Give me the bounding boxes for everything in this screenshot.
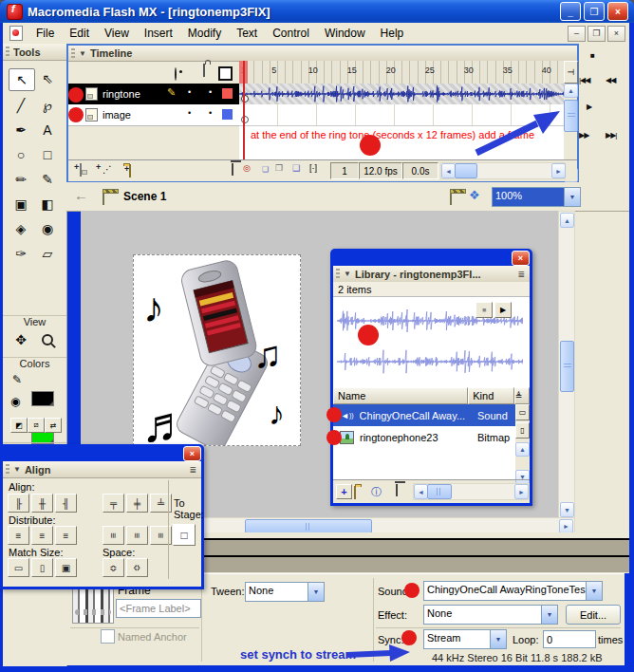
library-properties-button[interactable]: ⓘ xyxy=(371,485,382,499)
scroll-right-icon[interactable]: ► xyxy=(551,163,566,178)
menu-edit[interactable]: Edit xyxy=(62,25,97,42)
library-close-icon[interactable]: × xyxy=(512,251,530,266)
menu-control[interactable]: Control xyxy=(265,25,317,42)
default-colors-button[interactable]: ◩ xyxy=(10,418,28,433)
lock-layers-icon[interactable] xyxy=(203,64,205,77)
stage-selected-image[interactable]: ♪ ♫ ♪ ♬ xyxy=(133,254,301,446)
layer-name[interactable]: image xyxy=(103,109,131,121)
distribute-horizontal-center-button[interactable]: ≡ xyxy=(126,526,148,545)
library-item-name[interactable]: ringtonephone23 xyxy=(360,432,477,443)
scrollbar-thumb[interactable] xyxy=(455,163,477,178)
outline-layers-icon[interactable] xyxy=(218,66,233,81)
options-menu-icon[interactable]: ≣ xyxy=(517,270,525,279)
effect-combo[interactable]: None ▼ xyxy=(423,605,558,625)
named-anchor-checkbox[interactable] xyxy=(101,629,115,644)
panel-gripper[interactable] xyxy=(336,269,340,279)
zoom-level-combo[interactable]: 100% ▼ xyxy=(492,187,581,207)
close-button[interactable]: × xyxy=(607,2,628,21)
timeline-ruler[interactable]: 1510152025303540 xyxy=(239,61,564,84)
free-transform-tool[interactable]: ▣ xyxy=(9,194,33,215)
lasso-tool[interactable]: ℘ xyxy=(35,95,60,116)
step-forward-button[interactable]: ▶▶ xyxy=(579,131,588,140)
layer-lock-dot[interactable]: • xyxy=(209,87,212,97)
align-left-edge-button[interactable]: ╟ xyxy=(8,494,29,513)
mdi-restore-button[interactable]: ❐ xyxy=(587,26,606,42)
rewind-button[interactable]: |◀◀ xyxy=(579,76,589,84)
menu-view[interactable]: View xyxy=(97,25,137,42)
scroll-left-icon[interactable]: ◄ xyxy=(414,484,428,499)
library-item-bitmap[interactable]: ringtonephone23Bitmap xyxy=(333,426,515,448)
show-hide-layers-eye-icon[interactable] xyxy=(175,67,177,81)
preview-stop-button[interactable]: ■ xyxy=(476,302,493,318)
distribute-top-edge-button[interactable]: ≡ xyxy=(8,526,29,545)
subselection-tool[interactable]: ⇖ xyxy=(35,68,60,89)
stop-button[interactable]: ■ xyxy=(590,51,594,60)
menu-insert[interactable]: Insert xyxy=(137,25,180,42)
brush-tool[interactable]: ✎ xyxy=(35,169,60,190)
align-to-stage-button[interactable]: □ xyxy=(173,524,196,546)
align-right-edge-button[interactable]: ╢ xyxy=(55,494,77,513)
layer-outline-color-swatch[interactable] xyxy=(222,88,233,99)
stroke-color-swatch[interactable] xyxy=(31,391,54,406)
paint-bucket-tool[interactable]: ◉ xyxy=(35,218,60,239)
match-width-and-height-button[interactable]: ▣ xyxy=(55,558,77,577)
sound-value[interactable]: ChingyOneCall AwayRingToneTes xyxy=(424,582,586,600)
menu-text[interactable]: Text xyxy=(229,25,265,42)
narrow-state-button[interactable]: ▯ xyxy=(515,422,530,439)
wide-state-button[interactable]: ▭ xyxy=(515,404,530,420)
text-tool[interactable]: A xyxy=(35,120,60,140)
minimize-button[interactable]: _ xyxy=(560,2,581,21)
menu-file[interactable]: File xyxy=(28,25,62,42)
column-header-kind[interactable]: Kind xyxy=(468,387,513,404)
edit-envelope-button[interactable]: Edit... xyxy=(566,605,621,625)
delete-item-trash-icon[interactable] xyxy=(396,484,398,496)
sound-combo[interactable]: ChingyOneCall AwayRingToneTes ▼ xyxy=(423,581,603,601)
stage-vscrollbar[interactable]: ▲ ▼ xyxy=(558,211,575,519)
match-height-button[interactable]: ▯ xyxy=(31,558,53,577)
loop-count-input[interactable] xyxy=(543,630,596,648)
onion-skin-outlines-button[interactable]: ❐ xyxy=(275,163,283,173)
eraser-tool[interactable]: ▱ xyxy=(35,243,60,264)
onion-skin-button[interactable]: ❏ xyxy=(258,162,272,177)
layer-visibility-dot[interactable]: • xyxy=(188,108,191,118)
tween-combo[interactable]: None ▼ xyxy=(245,582,325,602)
pencil-tool[interactable]: ✏ xyxy=(9,169,33,190)
zoom-level-value[interactable]: 100% xyxy=(493,188,564,206)
sync-combo[interactable]: Stream ▼ xyxy=(423,629,507,649)
swap-colors-button[interactable]: ⇄ xyxy=(45,418,62,433)
edit-symbols-button[interactable]: ❖ xyxy=(469,188,480,202)
panel-gripper[interactable] xyxy=(6,464,9,475)
column-header-name[interactable]: Name xyxy=(333,387,468,404)
play-button[interactable]: ▶ xyxy=(587,103,591,111)
align-window[interactable]: × ▼ Align ≣ Align: ╟╫╢ ╤╪╧ Distribute: ≡… xyxy=(0,444,204,589)
line-tool[interactable]: ╱ xyxy=(9,95,33,116)
align-top-edge-button[interactable]: ╤ xyxy=(103,494,124,513)
space-evenly-horizontally-button[interactable]: ≎ xyxy=(126,558,148,577)
scroll-up-icon[interactable]: ▲ xyxy=(515,442,530,457)
menu-help[interactable]: Help xyxy=(373,25,412,42)
oval-tool[interactable]: ○ xyxy=(9,144,33,165)
sort-order-icon[interactable]: ≜ xyxy=(514,387,530,404)
scrollbar-thumb[interactable] xyxy=(245,519,372,533)
frame-label-input[interactable] xyxy=(116,599,201,618)
layer-visibility-dot[interactable]: • xyxy=(188,87,191,97)
sync-value[interactable]: Stream xyxy=(424,630,490,648)
library-hscrollbar[interactable]: ◄ ► xyxy=(413,483,529,500)
distribute-bottom-edge-button[interactable]: ≡ xyxy=(55,526,77,545)
frame-view-options-button[interactable]: ⊣ xyxy=(564,61,578,84)
frames-row-image[interactable] xyxy=(239,104,564,126)
maximize-button[interactable]: ❐ xyxy=(584,2,605,21)
mdi-minimize-button[interactable]: – xyxy=(568,26,586,42)
go-to-end-button[interactable]: ▶▶| xyxy=(606,131,616,140)
panel-gripper[interactable] xyxy=(71,48,75,59)
eyedropper-tool[interactable]: ✑ xyxy=(9,243,33,264)
mdi-close-button[interactable]: × xyxy=(607,26,625,42)
library-window[interactable]: × ▼ Library - ringtonemp3FI... ≣ 2 items… xyxy=(330,249,532,506)
edit-scene-button[interactable] xyxy=(450,192,452,205)
fill-transform-tool[interactable]: ◧ xyxy=(35,194,60,215)
dropdown-arrow-icon[interactable]: ▼ xyxy=(541,606,557,624)
timeline-hscrollbar[interactable]: ◄ ► xyxy=(440,162,566,179)
scroll-left-icon[interactable]: ◄ xyxy=(441,163,456,178)
scroll-down-icon[interactable]: ▼ xyxy=(560,502,574,517)
distribute-left-edge-button[interactable]: ≡ xyxy=(103,526,124,545)
